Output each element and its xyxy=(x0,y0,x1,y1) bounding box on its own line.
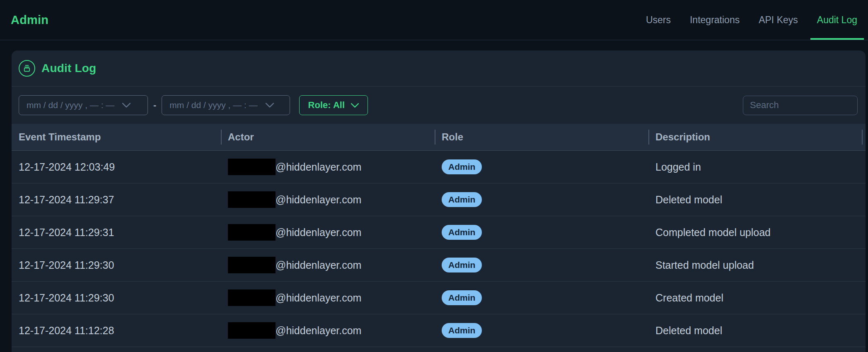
column-header-actor[interactable]: Actor xyxy=(221,124,435,150)
card-header: Audit Log xyxy=(12,51,866,87)
role-badge: Admin xyxy=(442,192,482,207)
event-timestamp-cell: 12-17-2024 12:03:49 xyxy=(12,161,221,173)
actor-cell: @hiddenlayer.com xyxy=(221,322,435,339)
audit-log-card: Audit Log mm / dd / yyyy , — : — - mm / … xyxy=(12,51,866,352)
date-start-picker[interactable]: mm / dd / yyyy , — : — xyxy=(19,95,148,115)
chevron-down-icon xyxy=(351,103,359,108)
table-row[interactable]: 12-17-2024 11:29:31 @hiddenlayer.com Adm… xyxy=(12,216,866,249)
role-badge: Admin xyxy=(442,225,482,239)
role-badge: Admin xyxy=(442,258,482,272)
role-badge: Admin xyxy=(442,323,482,338)
date-start-placeholder: mm / dd / yyyy , — : — xyxy=(27,100,114,110)
description-cell: Deleted model xyxy=(648,194,866,206)
date-end-placeholder: mm / dd / yyyy , — : — xyxy=(169,100,257,110)
role-cell: Admin xyxy=(435,159,648,174)
topbar: Admin UsersIntegrationsAPI KeysAudit Log xyxy=(0,0,868,40)
chevron-down-icon xyxy=(265,102,274,108)
role-badge: Admin xyxy=(442,290,482,305)
redacted-actor-name xyxy=(228,322,276,339)
actor-domain: @hiddenlayer.com xyxy=(276,259,361,271)
date-end-picker[interactable]: mm / dd / yyyy , — : — xyxy=(162,95,290,115)
redacted-actor-name xyxy=(228,191,276,208)
page-title: Admin xyxy=(11,13,48,27)
chevron-down-icon xyxy=(122,102,131,108)
table-row[interactable]: 12-17-2024 11:29:37 @hiddenlayer.com Adm… xyxy=(12,183,866,216)
redacted-actor-name xyxy=(228,224,276,241)
actor-cell: @hiddenlayer.com xyxy=(221,257,435,273)
table-header-row: Event TimestampActorRoleDescription xyxy=(12,124,866,151)
date-range-separator: - xyxy=(153,100,156,111)
actor-domain: @hiddenlayer.com xyxy=(276,292,361,304)
actor-domain: @hiddenlayer.com xyxy=(276,227,361,239)
redacted-actor-name xyxy=(228,289,276,306)
table-row[interactable]: 12-17-2024 12:03:49 @hiddenlayer.com Adm… xyxy=(12,151,866,183)
actor-cell: @hiddenlayer.com xyxy=(221,191,435,208)
role-cell: Admin xyxy=(435,258,648,272)
table-body: 12-17-2024 12:03:49 @hiddenlayer.com Adm… xyxy=(12,151,866,347)
filters-bar: mm / dd / yyyy , — : — - mm / dd / yyyy … xyxy=(12,87,866,124)
column-header-event-timestamp[interactable]: Event Timestamp xyxy=(12,124,221,150)
actor-cell: @hiddenlayer.com xyxy=(221,289,435,306)
audit-log-icon xyxy=(19,60,35,77)
event-timestamp-cell: 12-17-2024 11:29:30 xyxy=(12,259,221,271)
role-cell: Admin xyxy=(435,225,648,239)
actor-domain: @hiddenlayer.com xyxy=(276,161,361,173)
role-filter-label: Role: All xyxy=(308,100,345,111)
actor-cell: @hiddenlayer.com xyxy=(221,159,435,175)
event-timestamp-cell: 12-17-2024 11:12:28 xyxy=(12,325,221,337)
top-navigation: UsersIntegrationsAPI KeysAudit Log xyxy=(633,0,868,40)
description-cell: Completed model upload xyxy=(648,227,866,239)
card-title: Audit Log xyxy=(41,62,96,75)
event-timestamp-cell: 12-17-2024 11:29:37 xyxy=(12,194,221,206)
tab-users[interactable]: Users xyxy=(639,0,677,40)
column-header-role[interactable]: Role xyxy=(435,124,648,150)
actor-domain: @hiddenlayer.com xyxy=(276,194,361,206)
role-cell: Admin xyxy=(435,323,648,338)
role-filter-button[interactable]: Role: All xyxy=(299,95,368,115)
search-input[interactable] xyxy=(743,96,858,115)
table-row[interactable]: 12-17-2024 11:29:30 @hiddenlayer.com Adm… xyxy=(12,249,866,282)
redacted-actor-name xyxy=(228,257,276,273)
role-badge: Admin xyxy=(442,159,482,174)
actor-domain: @hiddenlayer.com xyxy=(276,325,361,337)
redacted-actor-name xyxy=(228,159,276,175)
tab-integrations[interactable]: Integrations xyxy=(683,0,746,40)
description-cell: Started model upload xyxy=(648,259,866,271)
description-cell: Logged in xyxy=(648,161,866,173)
role-cell: Admin xyxy=(435,192,648,207)
description-cell: Deleted model xyxy=(648,325,866,337)
event-timestamp-cell: 12-17-2024 11:29:30 xyxy=(12,292,221,304)
description-cell: Created model xyxy=(648,292,866,304)
event-timestamp-cell: 12-17-2024 11:29:31 xyxy=(12,227,221,239)
table-row[interactable]: 12-17-2024 11:29:30 @hiddenlayer.com Adm… xyxy=(12,282,866,314)
actor-cell: @hiddenlayer.com xyxy=(221,224,435,241)
tab-api-keys[interactable]: API Keys xyxy=(752,0,805,40)
role-cell: Admin xyxy=(435,290,648,305)
column-header-description[interactable]: Description xyxy=(648,124,866,150)
tab-audit-log[interactable]: Audit Log xyxy=(810,0,864,40)
table-row[interactable]: 12-17-2024 11:12:28 @hiddenlayer.com Adm… xyxy=(12,314,866,347)
